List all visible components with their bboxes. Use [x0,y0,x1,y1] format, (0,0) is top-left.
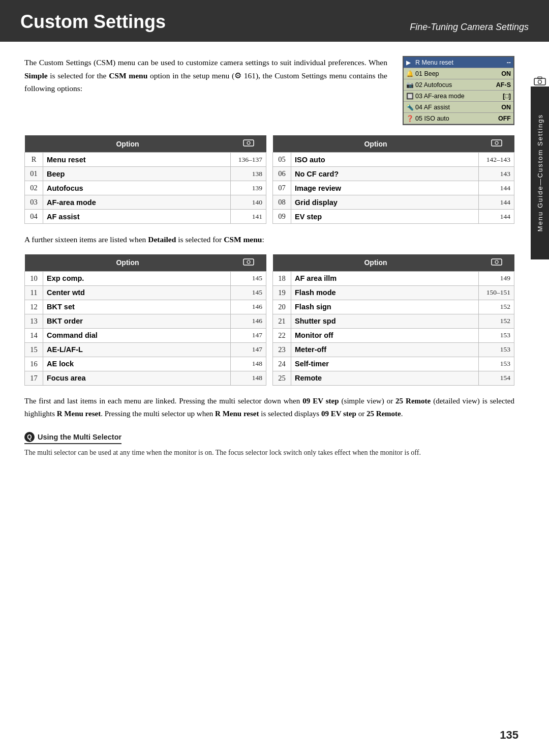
row-page: 136–137 [231,153,266,167]
svg-rect-3 [243,140,254,146]
tip-icon: Q [24,432,35,442]
row-num: 23 [273,342,291,357]
row-name: Grid display [291,195,479,210]
bottom-text: The first and last items in each menu ar… [24,395,514,421]
row-page: 146 [231,314,266,328]
table-row: 18 AF area illm 149 [273,271,514,285]
simple-tables-row: Option R Menu reset 136–137 01 Beep 138 … [24,135,514,224]
row-name: AF area illm [291,271,479,285]
intro-paragraph: The Custom Settings (CSM) menu can be us… [24,58,387,93]
row-num: 08 [273,195,291,210]
row-name: Flash sign [291,300,479,314]
table-row: 11 Center wtd 145 [25,285,266,300]
row-name: Monitor off [291,328,479,342]
row-num: 13 [25,314,43,328]
lcd-value-3: [□] [496,93,511,100]
row-name: EV step [291,210,479,224]
table-row: 20 Flash sign 152 [273,300,514,314]
page-title: Custom Settings [20,11,166,33]
simple-right-table: Option 05 ISO auto 142–143 06 No CF card… [272,135,514,224]
row-num: 09 [273,210,291,224]
lcd-play-icon: ▶ [406,59,415,66]
lcd-label-4: 04 AF assist [415,104,496,111]
table-row: 25 Remote 154 [273,371,514,385]
tip-title-text: Using the Multi Selector [38,433,121,441]
table-row: 17 Focus area 148 [25,371,266,385]
svg-point-8 [247,260,250,264]
detailed-tables-row: Option 10 Exp comp. 145 11 Center wtd 14… [24,254,514,386]
table-row: 15 AE-L/AF-L 147 [25,342,266,357]
row-name: Focus area [43,371,231,385]
table-row: 24 Self-timer 153 [273,357,514,371]
row-name: Remote [291,371,479,385]
row-name: Shutter spd [291,314,479,328]
row-page: 140 [231,195,266,210]
svg-rect-7 [243,259,254,265]
row-name: BKT order [43,314,231,328]
row-page: 138 [231,167,266,181]
sidebar-tab-label: Menu Guide—Custom Settings [536,114,544,231]
row-num: R [25,153,43,167]
row-num: 18 [273,271,291,285]
row-page: 141 [231,210,266,224]
row-name: Menu reset [43,153,231,167]
row-num: 21 [273,314,291,328]
row-name: BKT set [43,300,231,314]
lcd-value-0: -- [496,59,511,66]
page-header: Custom Settings Fine-Tuning Camera Setti… [0,0,549,42]
simple-right-header-option: Option [273,135,479,153]
sidebar-camera-icon [533,75,547,86]
row-name: AF-area mode [43,195,231,210]
table-row: 06 No CF card? 143 [273,167,514,181]
row-page: 144 [479,210,514,224]
row-name: AE-L/AF-L [43,342,231,357]
row-num: 04 [25,210,43,224]
detailed-left-table: Option 10 Exp comp. 145 11 Center wtd 14… [24,254,266,386]
row-page: 145 [231,285,266,300]
simple-left-table: Option R Menu reset 136–137 01 Beep 138 … [24,135,266,224]
row-page: 146 [231,300,266,314]
detailed-right-table: Option 18 AF area illm 149 19 Flash mode… [272,254,514,386]
lcd-value-5: OFF [496,115,511,122]
lcd-row-autofocus: 📷 02 Autofocus AF-S [404,79,513,91]
row-page: 139 [231,181,266,195]
camera-lcd: ▶ R Menu reset -- 🔔 01 Beep ON 📷 02 Auto… [403,56,514,125]
svg-point-10 [495,260,498,264]
table-row: 12 BKT set 146 [25,300,266,314]
row-page: 153 [479,328,514,342]
row-name: Meter-off [291,342,479,357]
lcd-label-1: 01 Beep [415,70,496,77]
row-name: AE lock [43,357,231,371]
row-name: ISO auto [291,153,479,167]
lcd-af-area-icon: 🔲 [406,93,415,100]
row-num: 20 [273,300,291,314]
table-row: 02 Autofocus 139 [25,181,266,195]
row-num: 22 [273,328,291,342]
row-page: 152 [479,300,514,314]
row-num: 01 [25,167,43,181]
row-num: 19 [273,285,291,300]
page-subtitle: Fine-Tuning Camera Settings [410,22,529,33]
svg-rect-9 [492,259,502,265]
row-num: 14 [25,328,43,342]
row-num: 03 [25,195,43,210]
intro-text: The Custom Settings (CSM) menu can be us… [24,56,387,95]
detailed-right-header-option: Option [273,254,479,272]
row-name: Command dial [43,328,231,342]
lcd-value-2: AF-S [496,81,511,89]
lcd-row-beep: 🔔 01 Beep ON [404,68,513,79]
table-row: 10 Exp comp. 145 [25,271,266,285]
lcd-row-af-assist: 🔦 04 AF assist ON [404,102,513,113]
row-name: No CF card? [291,167,479,181]
table-row: 09 EV step 144 [273,210,514,224]
lcd-beep-icon: 🔔 [406,70,415,77]
svg-rect-5 [492,140,502,146]
row-page: 148 [231,371,266,385]
svg-point-4 [247,141,250,144]
row-page: 150–151 [479,285,514,300]
table-row: 14 Command dial 147 [25,328,266,342]
svg-point-6 [495,141,498,144]
table-row: 07 Image review 144 [273,181,514,195]
lcd-af-icon: 📷 [406,81,415,89]
simple-left-header-icon [231,135,266,153]
